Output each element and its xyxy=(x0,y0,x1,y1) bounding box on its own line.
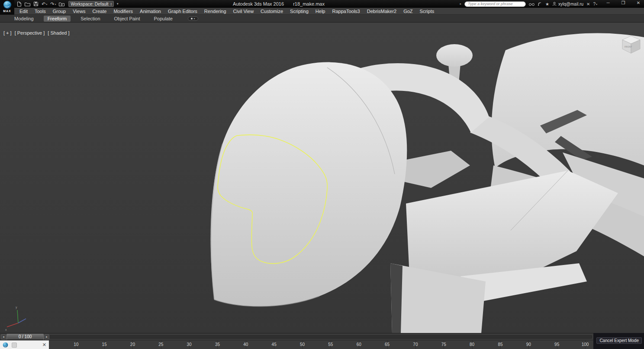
logo-label: MAX xyxy=(3,10,11,13)
3dsmax-logo-icon xyxy=(3,0,12,9)
app-title: Autodesk 3ds Max 2016 xyxy=(233,1,284,6)
satellite-dish-icon xyxy=(538,2,542,6)
model-slab-slot xyxy=(390,263,402,333)
restore-button[interactable]: ❐ xyxy=(620,0,626,5)
spin-down-icon: ▾ xyxy=(111,4,112,6)
time-slider[interactable]: ◂ 0 / 100 ▸ xyxy=(0,333,593,340)
close-button[interactable]: ✕ xyxy=(635,0,641,5)
new-document-icon xyxy=(17,1,22,7)
model-nose xyxy=(211,62,407,307)
help-dropdown-icon[interactable]: ▾ xyxy=(596,3,597,6)
project-folder-button[interactable] xyxy=(58,1,65,7)
menu-create[interactable]: Create xyxy=(89,9,110,14)
undo-icon: ↶ xyxy=(42,2,45,6)
viewport-shading-menu[interactable]: [ Shaded ] xyxy=(48,30,69,36)
infocenter-collapse-icon[interactable]: ▸ xyxy=(460,2,462,6)
mini-close-icon[interactable]: ✕ xyxy=(42,343,46,347)
redo-icon: ↷ xyxy=(50,2,54,6)
tick-label: 45 xyxy=(272,342,277,347)
menu-group[interactable]: Group xyxy=(49,9,70,14)
ribbon-tab-object-paint[interactable]: Object Paint xyxy=(110,16,144,22)
menu-views[interactable]: Views xyxy=(69,9,89,14)
workspace-label: Workspace: Default xyxy=(71,2,108,6)
model-3d[interactable] xyxy=(211,33,644,333)
viewport-general-menu[interactable]: [ + ] xyxy=(3,30,12,36)
next-frame-button[interactable]: ▸ xyxy=(44,334,49,339)
ribbon-tab-freeform[interactable]: Freeform xyxy=(44,16,71,22)
ribbon-tab-populate[interactable]: Populate xyxy=(150,16,176,22)
sign-out-button[interactable]: ✕ xyxy=(586,2,590,6)
undo-dropdown-icon[interactable]: ▾ xyxy=(46,3,47,6)
menu-graph-editors[interactable]: Graph Editors xyxy=(164,9,201,14)
tick-label: 70 xyxy=(413,342,418,347)
menu-tools[interactable]: Tools xyxy=(31,9,49,14)
menu-edit[interactable]: Edit xyxy=(16,9,31,14)
viewport-canvas: x y FRONT xyxy=(0,23,644,333)
user-icon xyxy=(552,2,557,6)
window-title: Autodesk 3ds Max 2016 r18_make.max xyxy=(130,1,428,6)
redo-dropdown-icon[interactable]: ▾ xyxy=(55,3,56,6)
menu-debrismaker2[interactable]: DebrisMaker2 xyxy=(364,9,400,14)
tick-label: 50 xyxy=(300,342,305,347)
title-bar: ↶ ▾ ↷ ▾ Workspace: Default ▴ ▾ ▾ Autodes… xyxy=(0,0,644,8)
menu-civil-view[interactable]: Civil View xyxy=(230,9,257,14)
mini-app-icon[interactable] xyxy=(12,343,17,348)
ribbon-tab-modeling[interactable]: Modeling xyxy=(10,16,38,22)
ribbon-minimize-button[interactable]: ▾ xyxy=(188,16,198,21)
svg-text:x: x xyxy=(5,328,7,331)
minimize-button[interactable]: ─ xyxy=(605,0,611,5)
account-menu[interactable]: xylq@mail.ru xyxy=(552,2,583,6)
menu-rappatools3[interactable]: RappaTools3 xyxy=(328,9,363,14)
ribbon-tab-bar: ModelingFreeformSelectionObject PaintPop… xyxy=(0,15,644,22)
application-menu-button[interactable]: MAX xyxy=(0,0,14,15)
help-button[interactable]: ? ▾ xyxy=(593,2,597,6)
mini-window[interactable]: ✕ xyxy=(0,340,49,349)
search-button[interactable] xyxy=(529,2,535,6)
new-scene-button[interactable] xyxy=(16,1,23,7)
workspace-dropdown-icon[interactable]: ▾ xyxy=(117,2,119,6)
tick-label: 30 xyxy=(187,342,192,347)
favorites-button[interactable]: ★ xyxy=(545,2,549,6)
undo-button[interactable]: ↶ ▾ xyxy=(41,1,48,7)
svg-text:FRONT: FRONT xyxy=(625,45,632,48)
menu-rendering[interactable]: Rendering xyxy=(201,9,230,14)
ribbon-pill-caret-icon: ▾ xyxy=(193,17,195,20)
tick-label: 55 xyxy=(328,342,333,347)
menu-animation[interactable]: Animation xyxy=(136,9,164,14)
previous-frame-button[interactable]: ◂ xyxy=(1,334,6,339)
workspace-spinner[interactable]: ▴ ▾ xyxy=(111,2,112,6)
save-file-button[interactable] xyxy=(32,1,39,7)
model-camera-pod xyxy=(436,44,473,67)
communication-center-button[interactable] xyxy=(538,2,542,6)
file-title: r18_make.max xyxy=(293,1,325,6)
menu-help[interactable]: Help xyxy=(312,9,329,14)
svg-text:y: y xyxy=(16,306,17,309)
menu-scripting[interactable]: Scripting xyxy=(287,9,312,14)
tick-label: 90 xyxy=(526,342,531,347)
time-slider-handle[interactable]: 0 / 100 xyxy=(6,334,44,340)
menu-goz[interactable]: GoZ xyxy=(400,9,416,14)
tick-label: 60 xyxy=(357,342,361,347)
menu-scripts[interactable]: Scripts xyxy=(416,9,438,14)
menu-modifiers[interactable]: Modifiers xyxy=(110,9,136,14)
ribbon-tab-selection[interactable]: Selection xyxy=(77,16,104,22)
project-folder-icon xyxy=(59,2,64,6)
viewport-label: [ + ] [ Perspective ] [ Shaded ] xyxy=(3,30,70,36)
time-slider-track[interactable] xyxy=(1,335,592,339)
cancel-expert-mode-button[interactable]: Cancel Expert Mode xyxy=(596,337,642,344)
track-bar[interactable]: 0510152025303540455055606570758085909510… xyxy=(0,340,593,349)
menu-customize[interactable]: Customize xyxy=(257,9,287,14)
perspective-viewport[interactable]: [ + ] [ Perspective ] [ Shaded ] xyxy=(0,22,644,333)
search-input[interactable] xyxy=(464,1,526,7)
quick-access-toolbar: ↶ ▾ ↷ ▾ Workspace: Default ▴ ▾ ▾ xyxy=(16,1,119,7)
tick-label: 20 xyxy=(130,342,135,347)
workspace-selector[interactable]: Workspace: Default ▴ ▾ xyxy=(68,1,114,7)
sign-out-icon: ✕ xyxy=(586,2,590,6)
viewport-pov-menu[interactable]: [ Perspective ] xyxy=(15,30,45,36)
redo-button[interactable]: ↷ ▾ xyxy=(49,1,57,7)
star-icon: ★ xyxy=(545,2,549,6)
world-axis-tripod: x y xyxy=(5,306,26,331)
binoculars-icon xyxy=(529,2,535,6)
open-file-button[interactable] xyxy=(24,1,31,7)
tick-label: 65 xyxy=(385,342,390,347)
